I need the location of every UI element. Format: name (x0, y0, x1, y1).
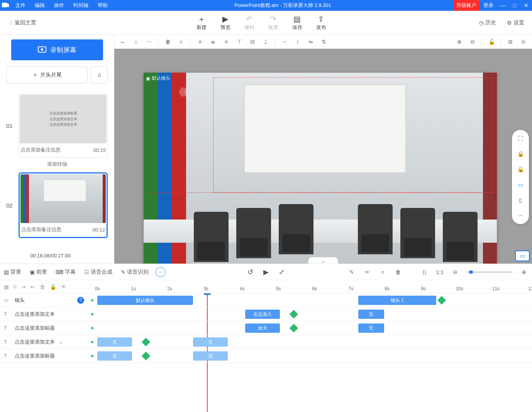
cut-icon[interactable]: ✂ (363, 269, 371, 275)
thumb-02[interactable]: 02点击添加备注信息00:12 (6, 172, 108, 238)
clip[interactable]: 无 (358, 310, 385, 319)
canvas-stage[interactable]: ▣ 默认镜头 〈 (144, 73, 497, 264)
align-top-icon[interactable]: ⊤ (234, 36, 245, 47)
clip[interactable]: 默认镜头 (97, 296, 193, 305)
zoom-in-icon[interactable]: ⊕ (454, 36, 465, 47)
action-发布[interactable]: ⇪发布 (316, 15, 326, 31)
bracket-icon[interactable]: ⟨⟩ (420, 269, 429, 275)
timeline-tab-1[interactable]: ▣前景 (30, 269, 47, 276)
panel-drag-handle[interactable]: ⌄ (308, 257, 338, 264)
clip[interactable]: 无 (193, 337, 228, 347)
minimap-button[interactable]: ▭ (515, 250, 530, 261)
thumb-time: 00:15 (93, 147, 106, 153)
clip[interactable]: 无 (358, 323, 385, 333)
track-label: 点击这里添加文本 (15, 311, 55, 318)
upgrade-button[interactable]: 升级账户 (453, 0, 479, 11)
folder-icon[interactable]: ⎘ (14, 284, 17, 290)
login-button[interactable]: 登录 (479, 2, 497, 9)
minimize-button[interactable]: — (497, 0, 509, 11)
timeline-more-button[interactable]: ⋯ (156, 267, 166, 277)
keyframe-diamond[interactable] (290, 324, 298, 333)
timeline-tab-0[interactable]: ▨背景 (4, 269, 21, 276)
align-left-icon[interactable]: ≡ (195, 36, 205, 47)
clip[interactable]: 无 (97, 337, 132, 347)
monitor-icon[interactable]: ▭ (516, 180, 525, 189)
timeline-tab-2[interactable]: ⌨字幕 (56, 269, 76, 276)
keyframe-diamond[interactable] (290, 310, 298, 319)
zoom-slider[interactable] (466, 271, 513, 274)
lock-icon[interactable]: 🔒 (516, 149, 525, 158)
zoom-out2-icon[interactable]: ⊖ (451, 269, 459, 275)
more-icon[interactable]: ⋯ (144, 36, 154, 47)
filter-icon[interactable]: ▿ (378, 269, 387, 275)
eye-icon[interactable]: 👁 (61, 284, 66, 290)
timeline-ruler[interactable]: 0s1s2s3s4s5s6s7s8s9s10s11s12s (97, 280, 532, 293)
keyframe-diamond[interactable] (437, 296, 446, 305)
settings-button[interactable]: ⚙ 设置 (507, 19, 524, 26)
distribute-h-icon[interactable]: ↔ (279, 36, 290, 47)
align-middle-icon[interactable]: ⊟ (247, 36, 258, 47)
add-transition-button[interactable]: 添加转场 (6, 158, 108, 172)
action-新建[interactable]: ＋新建 (197, 15, 207, 31)
fullscreen-icon[interactable]: ⛶ (516, 134, 525, 143)
help-icon[interactable]: ? (77, 297, 84, 304)
phone-icon[interactable]: ▯ (516, 196, 525, 205)
trash-icon[interactable]: 🗑 (163, 36, 173, 47)
crop-icon[interactable]: ⌗ (176, 36, 186, 47)
maximize-button[interactable]: □ (509, 0, 520, 11)
expand-icon[interactable]: ⤢ (279, 268, 285, 276)
timeline-tab-3[interactable]: ☷语音合成 (84, 269, 112, 276)
clip[interactable]: 左边渐入 (245, 310, 280, 319)
trash2-icon[interactable]: 🗑 (394, 269, 402, 275)
thumb-01[interactable]: 01点击这里添加标题点击这里添加文本点击这里添加文本点击添加备注信息00:15 (6, 94, 108, 158)
more2-icon[interactable]: ⋯ (516, 211, 525, 220)
clip[interactable]: 无 (97, 351, 132, 361)
chevron-down-icon[interactable]: ⌄ (59, 339, 63, 345)
flip-v-icon[interactable]: ⇅ (319, 36, 329, 47)
lock3-icon[interactable]: 🔒 (50, 284, 56, 290)
copy-icon[interactable]: ⧉ (505, 36, 516, 47)
head-tail-button[interactable]: ＋ 片头片尾 (6, 66, 88, 83)
unlock-icon[interactable]: 🔓 (486, 36, 497, 47)
menu-4[interactable]: 帮助 (93, 0, 112, 11)
flip-h-icon[interactable]: ⇋ (305, 36, 316, 47)
zoom-out-icon[interactable]: ⊖ (467, 36, 478, 47)
grid-icon[interactable]: ▦ (4, 284, 9, 290)
align-right-icon[interactable]: ≡ (221, 36, 232, 47)
export-icon[interactable]: ⇥ (21, 284, 26, 290)
play-icon[interactable]: ▶ (263, 268, 269, 276)
rewind-icon[interactable]: ↺ (247, 268, 253, 276)
clip[interactable]: 镜头 1 (358, 296, 437, 305)
align-bottom-icon[interactable]: ⊥ (260, 36, 271, 47)
trash3-icon[interactable]: 🗑 (40, 284, 45, 290)
timeline-tab-4[interactable]: ✎语音识别 (121, 269, 149, 276)
keyframe-diamond[interactable] (142, 352, 151, 361)
music-button[interactable]: ♫ (91, 66, 108, 83)
track-0: ▭镜头?默认镜头镜头 1 (0, 293, 532, 307)
record-screen-button[interactable]: 录制屏幕 (11, 39, 103, 60)
menu-1[interactable]: 编辑 (30, 0, 49, 11)
import-icon[interactable]: ⇤ (30, 284, 35, 290)
action-保存[interactable]: ▤保存 (292, 15, 302, 31)
menu-3[interactable]: 时间轴 (69, 0, 93, 11)
collapse-lens-button[interactable]: 〈 (179, 87, 188, 97)
close-button[interactable]: ✕ (520, 0, 532, 11)
edit-icon[interactable]: ✎ (347, 269, 356, 275)
shape-icon[interactable]: ⌙ (117, 36, 128, 47)
paste-icon[interactable]: ⎘ (518, 36, 529, 47)
distribute-v-icon[interactable]: ↕ (292, 36, 303, 47)
home-icon[interactable]: ⌂ (130, 36, 141, 47)
unlock2-icon[interactable]: 🔓 (516, 165, 525, 174)
fit-icon[interactable]: 1:1 (435, 269, 444, 275)
back-home-button[interactable]: 〈 返回主页 (0, 19, 43, 26)
menu-2[interactable]: 操作 (49, 0, 69, 11)
clip[interactable]: 无 (193, 351, 228, 361)
canvas-viewport[interactable]: ▣ 默认镜头 〈 ⛶ 🔒 🔓 ▭ ▯ ⋯ ▭ ⌄ (114, 49, 532, 264)
history-button[interactable]: ◷ 历史 (479, 19, 496, 26)
align-center-icon[interactable]: ≣ (208, 36, 219, 47)
clip[interactable]: 放大 (245, 323, 280, 333)
action-预览[interactable]: ▶预览 (220, 15, 230, 31)
zoom-in2-icon[interactable]: ⊕ (520, 269, 528, 275)
keyframe-diamond[interactable] (142, 338, 151, 347)
menu-0[interactable]: 文件 (11, 0, 30, 11)
